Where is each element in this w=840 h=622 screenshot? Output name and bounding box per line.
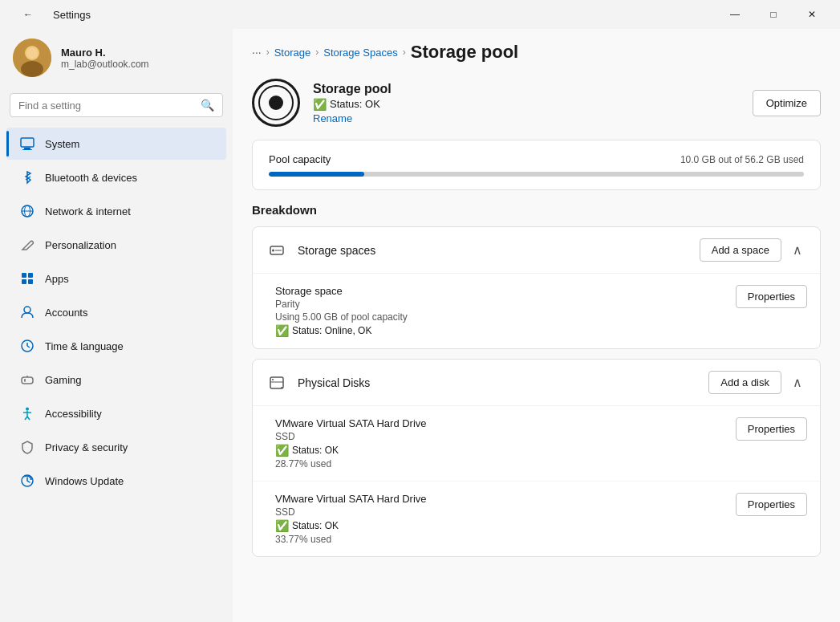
time-icon (19, 338, 35, 354)
sidebar-item-accounts[interactable]: Accounts (6, 296, 226, 328)
physical-disks-header-left: Physical Disks (266, 372, 370, 394)
capacity-section: Pool capacity 10.0 GB out of 56.2 GB use… (252, 140, 821, 190)
avatar (13, 39, 51, 77)
disk-usage-0: 28.77% used (275, 458, 427, 470)
pool-status: ✅ Status: OK (313, 98, 392, 111)
app-layout: Mauro H. m_lab@outlook.com 🔍 System Blue… (0, 29, 840, 622)
breadcrumb-storage[interactable]: Storage (274, 47, 311, 59)
back-button[interactable]: ← (10, 2, 47, 26)
physical-disk-item-1: VMware Virtual SATA Hard Drive SSD ✅ Sta… (253, 482, 820, 556)
maximize-button[interactable]: □ (755, 2, 792, 26)
svg-rect-4 (21, 138, 34, 147)
physical-disk-item-0-inner: VMware Virtual SATA Hard Drive SSD ✅ Sta… (275, 417, 807, 470)
sidebar-item-privacy-label: Privacy & security (45, 441, 128, 453)
sidebar-item-network[interactable]: Network & internet (6, 195, 226, 227)
physical-disks-collapse-button[interactable]: ∧ (788, 373, 807, 392)
storage-spaces-header-left: Storage spaces (266, 239, 375, 262)
physical-disk-0-details: VMware Virtual SATA Hard Drive SSD ✅ Sta… (275, 417, 427, 470)
disk-type-1: SSD (275, 506, 427, 518)
user-info: Mauro H. m_lab@outlook.com (61, 47, 149, 70)
sidebar-item-apps[interactable]: Apps (6, 262, 226, 295)
breadcrumb-current: Storage pool (411, 42, 518, 63)
sidebar-item-time[interactable]: Time & language (6, 330, 226, 362)
user-email: m_lab@outlook.com (61, 59, 149, 70)
bluetooth-icon (19, 169, 35, 185)
physical-disks-header-right: Add a disk ∧ (708, 371, 807, 394)
gaming-icon (19, 372, 35, 388)
capacity-bar (269, 172, 804, 177)
breadcrumb: ··· › Storage › Storage Spaces › Storage… (233, 29, 840, 72)
disk-properties-button-1[interactable]: Properties (736, 493, 807, 516)
update-icon (19, 473, 35, 489)
sidebar-item-system[interactable]: System (6, 128, 226, 160)
user-profile[interactable]: Mauro H. m_lab@outlook.com (0, 29, 233, 93)
sidebar-item-apps-label: Apps (45, 273, 69, 285)
optimize-button[interactable]: Optimize (753, 90, 821, 116)
sidebar-item-gaming[interactable]: Gaming (6, 364, 226, 396)
window-controls: — □ ✕ (716, 2, 830, 26)
add-space-button[interactable]: Add a space (700, 238, 781, 262)
sidebar-item-accessibility-label: Accessibility (45, 408, 102, 420)
storage-spaces-collapse-button[interactable]: ∧ (788, 241, 807, 259)
sidebar-item-update[interactable]: Windows Update (6, 465, 226, 497)
breadcrumb-ellipsis[interactable]: ··· (252, 46, 262, 59)
disk-name-0: VMware Virtual SATA Hard Drive (275, 417, 427, 429)
storage-space-name-0: Storage space (275, 285, 408, 297)
close-button[interactable]: ✕ (793, 2, 830, 26)
breakdown-section: Breakdown Storage spaces Add a space ∧ (252, 203, 821, 557)
search-input[interactable] (18, 100, 196, 112)
sidebar-item-bluetooth[interactable]: Bluetooth & devices (6, 161, 226, 193)
sidebar-item-privacy[interactable]: Privacy & security (6, 431, 226, 463)
svg-rect-34 (270, 377, 283, 388)
physical-disk-item-1-inner: VMware Virtual SATA Hard Drive SSD ✅ Sta… (275, 493, 807, 545)
pool-rename-link[interactable]: Rename (313, 112, 392, 124)
sidebar-item-personalization[interactable]: Personalization (6, 229, 226, 261)
svg-point-3 (26, 47, 38, 59)
breadcrumb-storage-spaces[interactable]: Storage Spaces (323, 47, 398, 59)
storage-space-item-0: Storage space Parity Using 5.00 GB of po… (253, 274, 820, 348)
disk-status-text-0: Status: OK (292, 445, 339, 456)
minimize-button[interactable]: — (716, 2, 753, 26)
physical-disks-title: Physical Disks (298, 376, 370, 389)
sidebar-item-personalization-label: Personalization (45, 239, 116, 251)
storage-spaces-header[interactable]: Storage spaces Add a space ∧ (253, 227, 820, 273)
sidebar-item-network-label: Network & internet (45, 205, 131, 217)
svg-line-28 (27, 417, 30, 420)
storage-space-status-ok-icon-0: ✅ (275, 324, 289, 337)
storage-spaces-title: Storage spaces (298, 244, 375, 257)
svg-rect-5 (24, 148, 30, 149)
disk-status-0: ✅ Status: OK (275, 444, 427, 457)
sidebar-item-update-label: Windows Update (45, 475, 124, 487)
physical-disks-icon (266, 372, 288, 394)
search-box[interactable]: 🔍 (10, 93, 223, 117)
add-disk-button[interactable]: Add a disk (708, 371, 781, 394)
svg-rect-12 (28, 273, 33, 278)
pool-info: Storage pool ✅ Status: OK Rename (313, 82, 392, 124)
physical-disks-content: VMware Virtual SATA Hard Drive SSD ✅ Sta… (253, 405, 820, 556)
avatar-image (13, 39, 51, 77)
svg-rect-19 (22, 377, 33, 384)
svg-point-2 (21, 61, 43, 77)
storage-space-properties-button-0[interactable]: Properties (736, 285, 807, 308)
capacity-header: Pool capacity 10.0 GB out of 56.2 GB use… (269, 153, 804, 165)
pool-header-left: Storage pool ✅ Status: OK Rename (252, 79, 392, 127)
storage-space-item-0-details: Storage space Parity Using 5.00 GB of po… (275, 285, 408, 337)
sidebar-item-accounts-label: Accounts (45, 307, 87, 319)
svg-rect-11 (22, 273, 26, 278)
storage-space-item-0-inner: Storage space Parity Using 5.00 GB of po… (275, 285, 807, 337)
search-icon: 🔍 (201, 99, 214, 112)
svg-rect-13 (22, 279, 26, 284)
capacity-label: Pool capacity (269, 153, 331, 165)
disk-name-1: VMware Virtual SATA Hard Drive (275, 493, 427, 505)
disk-status-ok-icon-0: ✅ (275, 444, 289, 457)
user-name: Mauro H. (61, 47, 149, 59)
accessibility-icon (19, 405, 35, 421)
physical-disks-header[interactable]: Physical Disks Add a disk ∧ (253, 360, 820, 405)
sidebar: Mauro H. m_lab@outlook.com 🔍 System Blue… (0, 29, 233, 622)
physical-disk-item-0: VMware Virtual SATA Hard Drive SSD ✅ Sta… (253, 406, 820, 482)
breakdown-title: Breakdown (252, 203, 821, 217)
privacy-icon (19, 439, 35, 455)
sidebar-item-accessibility[interactable]: Accessibility (6, 397, 226, 429)
disk-properties-button-0[interactable]: Properties (736, 417, 807, 441)
breadcrumb-sep-3: › (403, 47, 406, 58)
